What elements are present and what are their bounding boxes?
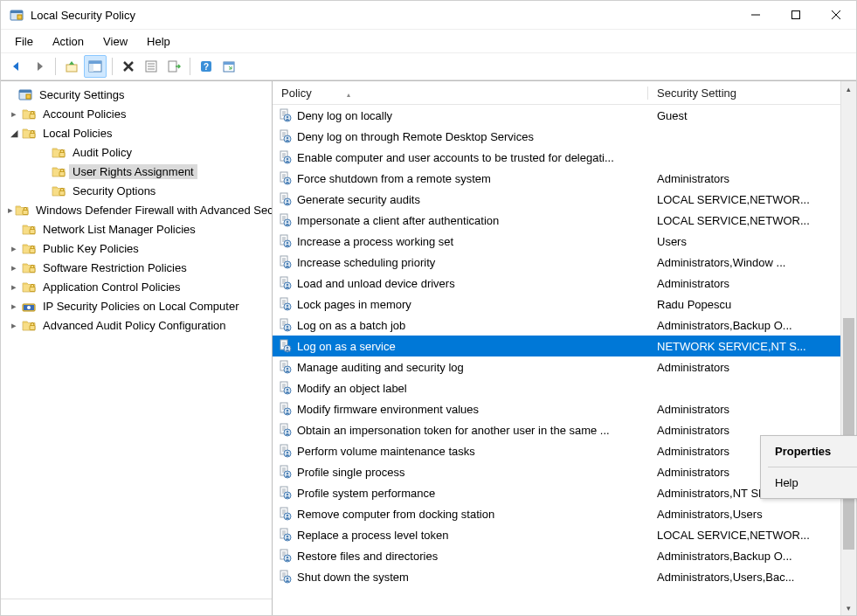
- policy-cell: Deny log on locally: [273, 108, 648, 122]
- menu-view[interactable]: View: [94, 33, 136, 50]
- scroll-thumb[interactable]: [843, 318, 854, 550]
- list-row[interactable]: Increase scheduling priority Administrat…: [273, 252, 840, 273]
- list-row[interactable]: Load and unload device drivers Administr…: [273, 273, 840, 294]
- list-row[interactable]: Lock pages in memory Radu Popescu: [273, 294, 840, 315]
- tree-item-local-policies[interactable]: ◢ Local Policies: [1, 123, 272, 142]
- list-row[interactable]: Profile system performance Administrator…: [273, 482, 840, 503]
- svg-point-54: [287, 158, 288, 160]
- setting-cell: LOCAL SERVICE,NETWOR...: [648, 193, 840, 206]
- svg-point-150: [287, 494, 288, 495]
- list-row[interactable]: Manage auditing and security log Adminis…: [273, 356, 840, 377]
- forward-button[interactable]: [29, 56, 50, 77]
- list-row[interactable]: Profile single process Administrators: [273, 461, 840, 482]
- list-row[interactable]: Deny log on through Remote Desktop Servi…: [273, 126, 840, 147]
- svg-point-120: [287, 389, 288, 391]
- svg-rect-19: [224, 62, 234, 65]
- list-body[interactable]: Deny log on locally Guest Deny log on th…: [273, 105, 840, 615]
- policy-cell: Remove computer from docking station: [273, 507, 648, 521]
- policy-cell: Generate security audits: [273, 192, 648, 206]
- maximize-button[interactable]: [776, 1, 816, 29]
- chevron-right-icon[interactable]: ▸: [8, 300, 20, 312]
- export-button[interactable]: [163, 56, 184, 77]
- tree-item-advanced-audit-policy-configuration[interactable]: ▸ Advanced Audit Policy Configuration: [1, 315, 272, 335]
- list-row[interactable]: Force shutdown from a remote system Admi…: [273, 168, 840, 189]
- list-row[interactable]: Restore files and directories Administra…: [273, 545, 840, 566]
- tree-item-label: Account Policies: [39, 107, 129, 121]
- menu-file[interactable]: File: [6, 33, 42, 50]
- tree-item-label: Software Restriction Policies: [39, 260, 190, 275]
- list-row[interactable]: Log on as a service NETWORK SERVICE,NT S…: [273, 336, 840, 356]
- column-header-setting[interactable]: Security Setting: [648, 83, 840, 103]
- svg-rect-1: [10, 10, 23, 13]
- toolbar: ?: [1, 53, 856, 80]
- chevron-right-icon[interactable]: ▸: [8, 204, 13, 216]
- refresh-button[interactable]: [218, 56, 239, 77]
- svg-rect-24: [30, 134, 35, 138]
- context-menu-properties[interactable]: Properties: [763, 438, 857, 465]
- setting-cell: Administrators,Users: [648, 508, 840, 521]
- tree-item-network-list-manager-policies[interactable]: Network List Manager Policies: [1, 219, 272, 239]
- tree-item-user-rights-assignment[interactable]: User Rights Assignment: [1, 162, 272, 181]
- scroll-up-button[interactable]: ▴: [841, 81, 856, 96]
- tree-item-account-policies[interactable]: ▸ Account Policies: [1, 104, 272, 123]
- policy-cell: Enable computer and user accounts to be …: [273, 150, 648, 164]
- svg-line-6: [832, 10, 840, 19]
- list-row[interactable]: Generate security audits LOCAL SERVICE,N…: [273, 189, 840, 210]
- close-button[interactable]: [816, 1, 856, 29]
- svg-point-108: [287, 347, 288, 349]
- policy-icon: [278, 213, 292, 227]
- list-row[interactable]: Impersonate a client after authenticatio…: [273, 210, 840, 231]
- tree-item-audit-policy[interactable]: Audit Policy: [1, 142, 272, 162]
- tree-item-security-settings[interactable]: Security Settings: [1, 85, 272, 104]
- list-row[interactable]: Modify an object label: [273, 377, 840, 398]
- list-row[interactable]: Remove computer from docking station Adm…: [273, 503, 840, 524]
- tree-item-ip-security-policies-on-local-computer[interactable]: ▸ IP Security Policies on Local Computer: [1, 296, 272, 315]
- svg-point-168: [287, 557, 288, 558]
- setting-cell: Administrators,Backup O...: [648, 319, 840, 332]
- list-row[interactable]: Log on as a batch job Administrators,Bac…: [273, 315, 840, 336]
- back-button[interactable]: [6, 56, 27, 77]
- list-row[interactable]: Increase a process working set Users: [273, 231, 840, 252]
- tree-item-windows-defender-firewall-with-advanced-security[interactable]: ▸ Windows Defender Firewall with Advance…: [1, 200, 272, 219]
- column-header-policy[interactable]: Policy▴: [273, 83, 648, 103]
- minimize-button[interactable]: [736, 1, 776, 29]
- chevron-right-icon[interactable]: ▸: [8, 242, 20, 254]
- tree-item-public-key-policies[interactable]: ▸ Public Key Policies: [1, 239, 272, 258]
- scroll-down-button[interactable]: ▾: [841, 600, 856, 615]
- list-row[interactable]: Enable computer and user accounts to be …: [273, 147, 840, 168]
- chevron-right-icon[interactable]: ▸: [8, 319, 20, 331]
- tree-horizontal-scrollbar[interactable]: [1, 599, 272, 615]
- tree-item-application-control-policies[interactable]: ▸ Application Control Policies: [1, 277, 272, 296]
- show-hide-tree-button[interactable]: [84, 55, 107, 78]
- up-level-button[interactable]: [61, 56, 82, 77]
- policy-cell: Obtain an impersonation token for anothe…: [273, 423, 648, 437]
- setting-cell: NETWORK SERVICE,NT S...: [648, 340, 840, 353]
- setting-cell: Administrators: [648, 172, 840, 185]
- chevron-right-icon[interactable]: ▸: [8, 280, 20, 293]
- navigation-tree[interactable]: Security Settings ▸ Account Policies ◢ L…: [1, 81, 272, 599]
- menu-action[interactable]: Action: [44, 33, 93, 50]
- policy-cell: Deny log on through Remote Desktop Servi…: [273, 129, 648, 143]
- delete-button[interactable]: [118, 56, 139, 77]
- app-icon: [10, 8, 24, 22]
- list-row[interactable]: Shut down the system Administrators,User…: [273, 566, 840, 587]
- tree-item-security-options[interactable]: Security Options: [1, 181, 272, 200]
- tree-item-label: User Rights Assignment: [69, 164, 197, 179]
- list-row[interactable]: Obtain an impersonation token for anothe…: [273, 419, 840, 440]
- list-row[interactable]: Deny log on locally Guest: [273, 105, 840, 126]
- context-menu-help[interactable]: Help: [763, 469, 857, 496]
- folder-icon: [18, 87, 32, 101]
- vertical-scrollbar[interactable]: ▴ ▾: [840, 81, 856, 615]
- scroll-track[interactable]: [841, 96, 856, 600]
- chevron-right-icon[interactable]: ▸: [8, 107, 20, 120]
- chevron-down-icon[interactable]: ◢: [8, 127, 20, 139]
- tree-item-software-restriction-policies[interactable]: ▸ Software Restriction Policies: [1, 258, 272, 277]
- chevron-right-icon[interactable]: ▸: [8, 261, 20, 273]
- svg-point-156: [287, 515, 288, 516]
- list-row[interactable]: Modify firmware environment values Admin…: [273, 398, 840, 419]
- properties-button[interactable]: [141, 56, 162, 77]
- help-button[interactable]: ?: [196, 56, 217, 77]
- list-row[interactable]: Perform volume maintenance tasks Adminis…: [273, 440, 840, 461]
- menu-help[interactable]: Help: [138, 33, 179, 50]
- list-row[interactable]: Replace a process level token LOCAL SERV…: [273, 524, 840, 545]
